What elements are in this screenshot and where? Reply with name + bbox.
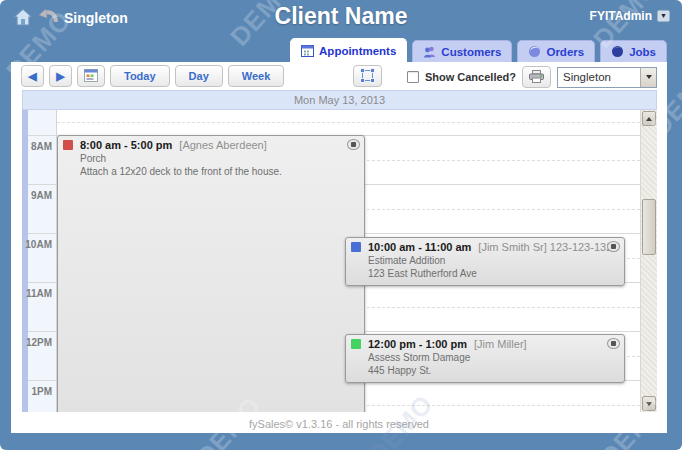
- tab-label: Customers: [441, 46, 501, 58]
- category-color-swatch: [351, 242, 361, 252]
- date-picker-button[interactable]: [77, 65, 105, 87]
- toolbar-left-group: ◀ ▶ Today: [21, 65, 382, 87]
- appointment-summary: Porch: [80, 153, 359, 164]
- location-select[interactable]: Singleton: [557, 67, 657, 88]
- appointment-summary: Estimate Addition: [368, 255, 619, 266]
- tab-jobs[interactable]: Jobs: [600, 40, 667, 62]
- appointment-customer: [Jim Smith Sr] 123-123-1321: [478, 241, 618, 253]
- time-label: 9AM: [31, 190, 52, 201]
- day-calendar: Mon May 13, 2013 8AM 9AM 10AM 11AM 12PM …: [22, 90, 657, 412]
- expand-icon: [360, 68, 375, 85]
- scroll-up-button[interactable]: [642, 111, 656, 126]
- time-gutter: 8AM 9AM 10AM 11AM 12PM 1PM: [22, 110, 57, 412]
- calendar-date-header: Mon May 13, 2013: [22, 90, 657, 110]
- time-label: 10AM: [25, 239, 52, 250]
- day-view-button[interactable]: Day: [175, 65, 223, 87]
- scroll-down-button[interactable]: [642, 396, 656, 411]
- people-icon: [423, 45, 436, 58]
- print-icon: [529, 70, 544, 85]
- note-icon[interactable]: [347, 139, 360, 150]
- caret-down-icon: ▼: [657, 10, 670, 22]
- tab-label: Jobs: [629, 46, 656, 58]
- appointment-description: Attach a 12x20 deck to the front of the …: [80, 166, 359, 177]
- appointment-time: 10:00 am - 11:00 am: [368, 241, 471, 253]
- location-select-value: Singleton: [558, 71, 611, 83]
- scroll-up-icon: [646, 117, 652, 121]
- user-menu-label: FYITAdmin: [590, 9, 652, 23]
- week-view-button[interactable]: Week: [228, 65, 285, 87]
- tab-customers[interactable]: Customers: [412, 40, 512, 62]
- appointment-customer: [Jim Miller]: [474, 338, 527, 350]
- time-label: 8AM: [31, 141, 52, 152]
- date-picker-icon: [84, 69, 98, 84]
- note-glyph: [611, 244, 616, 249]
- day-grid[interactable]: 8:00 am - 5:00 pm [Agnes Aberdeen] Porch…: [57, 110, 640, 412]
- note-glyph: [611, 341, 616, 346]
- appointment[interactable]: 10:00 am - 11:00 am [Jim Smith Sr] 123-1…: [345, 237, 625, 286]
- appointment[interactable]: 12:00 pm - 1:00 pm [Jim Miller] Assess S…: [345, 334, 625, 383]
- tab-label: Orders: [546, 46, 584, 58]
- category-color-swatch: [351, 339, 361, 349]
- calendar-icon: [301, 44, 314, 57]
- next-day-button[interactable]: ▶: [49, 65, 72, 87]
- show-cancelled-checkbox[interactable]: [407, 71, 419, 83]
- app-window: DEMO DEMO DEMO DEMO DEMO DEMO DEMO Singl…: [0, 0, 682, 450]
- category-color-swatch: [63, 140, 73, 150]
- show-cancelled-label: Show Cancelled?: [425, 71, 516, 83]
- tab-label: Appointments: [319, 45, 396, 57]
- app-header: Singleton Client Name FYITAdmin ▼ Appoin…: [0, 0, 682, 62]
- main-content: ◀ ▶ Today: [11, 62, 667, 433]
- appointment-time: 12:00 pm - 1:00 pm: [368, 338, 467, 350]
- scroll-down-icon: [646, 402, 652, 406]
- appointment[interactable]: 8:00 am - 5:00 pm [Agnes Aberdeen] Porch…: [57, 135, 365, 412]
- calendar-body: 8AM 9AM 10AM 11AM 12PM 1PM: [22, 110, 657, 412]
- page-title: Client Name: [0, 3, 682, 30]
- user-menu[interactable]: FYITAdmin ▼: [590, 9, 670, 23]
- calendar-toolbar: ◀ ▶ Today: [11, 62, 667, 90]
- note-icon[interactable]: [607, 241, 620, 252]
- print-button[interactable]: [522, 66, 551, 88]
- footer-copyright: fySales© v1.3.16 - all rights reserved: [11, 418, 667, 430]
- time-label: 1PM: [31, 386, 52, 397]
- appointment-summary: Assess Storm Damage: [368, 352, 619, 363]
- today-button[interactable]: Today: [110, 65, 170, 87]
- tab-bar: Appointments Customers O: [290, 38, 667, 62]
- select-dropdown-icon[interactable]: [640, 68, 656, 87]
- appointment-customer: [Agnes Aberdeen]: [179, 139, 266, 151]
- tab-appointments[interactable]: Appointments: [290, 38, 407, 62]
- globe-icon: [611, 45, 624, 58]
- appointment-time: 8:00 am - 5:00 pm: [80, 139, 172, 151]
- time-label: 12PM: [26, 337, 52, 348]
- appointment-description: 123 East Rutherford Ave: [368, 268, 619, 279]
- note-icon[interactable]: [607, 338, 620, 349]
- appointment-description: 445 Happy St.: [368, 365, 619, 376]
- tab-orders[interactable]: Orders: [517, 40, 595, 62]
- prev-icon: ◀: [28, 71, 36, 82]
- time-label: 11AM: [26, 288, 52, 299]
- toolbar-right-group: Show Cancelled? Singleton: [407, 66, 657, 88]
- scrollbar-thumb[interactable]: [642, 199, 656, 255]
- note-glyph: [351, 142, 356, 147]
- vertical-scrollbar[interactable]: [640, 110, 657, 412]
- next-icon: ▶: [56, 71, 64, 82]
- prev-day-button[interactable]: ◀: [21, 65, 44, 87]
- tag-icon: [528, 45, 541, 58]
- fullscreen-button[interactable]: [353, 65, 382, 87]
